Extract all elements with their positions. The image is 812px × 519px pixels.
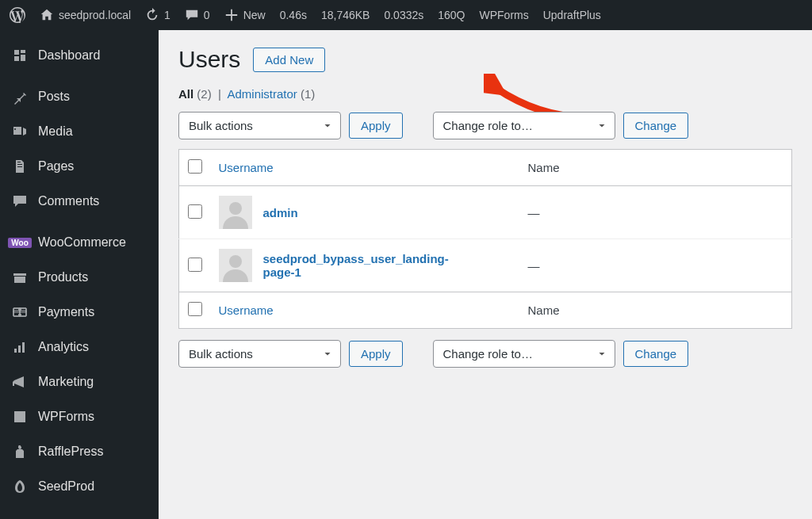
sidebar-item-analytics[interactable]: Analytics: [0, 330, 159, 364]
row-checkbox[interactable]: [188, 204, 202, 219]
bulk-actions-select-bottom[interactable]: Bulk actions: [178, 340, 341, 368]
avatar: [219, 249, 252, 282]
filter-administrator[interactable]: Administrator: [227, 87, 297, 101]
name-cell: —: [528, 206, 540, 219]
home-icon: [40, 8, 54, 22]
col-name-footer: Name: [528, 303, 560, 317]
stat-queries[interactable]: 160Q: [438, 9, 465, 21]
toolbar-updraftplus[interactable]: UpdraftPlus: [543, 9, 601, 21]
col-username-header[interactable]: Username: [219, 161, 274, 174]
sidebar-item-label: Analytics: [38, 340, 89, 354]
users-table: Username Name admin —: [178, 149, 792, 329]
pin-icon: [11, 88, 29, 105]
stat-time[interactable]: 0.46s: [280, 9, 307, 21]
sidebar-item-pages[interactable]: Pages: [0, 149, 159, 184]
bottom-controls: Bulk actions Apply Change role to… Chang…: [178, 340, 792, 368]
wordpress-icon: [10, 7, 25, 23]
sidebar-item-label: WPForms: [38, 410, 94, 424]
refresh-item[interactable]: 1: [145, 8, 170, 22]
add-new-button[interactable]: Add New: [253, 48, 325, 72]
seedprod-icon: [11, 478, 29, 495]
sidebar-item-label: WooCommerce: [38, 235, 126, 250]
avatar: [219, 196, 252, 229]
woo-icon: Woo: [11, 234, 29, 251]
toolbar-wpforms[interactable]: WPForms: [480, 9, 529, 21]
apply-button-bottom[interactable]: Apply: [349, 341, 403, 367]
sidebar-item-seedprod[interactable]: SeedProd: [0, 469, 159, 504]
media-icon: [11, 123, 29, 140]
refresh-icon: [145, 8, 159, 22]
admin-toolbar: seedprod.local 1 0 New 0.46s 18,746KB 0.…: [0, 0, 812, 30]
apply-button[interactable]: Apply: [349, 113, 403, 139]
main-content: Users Add New All (2) | Administrator (1…: [159, 30, 812, 519]
sidebar-item-label: RafflePress: [38, 445, 103, 459]
sidebar-item-comments[interactable]: Comments: [0, 184, 159, 219]
page-title: Users: [178, 46, 240, 73]
sidebar-item-label: Pages: [38, 159, 74, 174]
svg-point-0: [229, 202, 242, 215]
filter-admin-count: (1): [301, 87, 315, 101]
row-checkbox[interactable]: [188, 258, 202, 272]
wpforms-icon: [11, 408, 29, 426]
refresh-count: 1: [164, 9, 170, 21]
change-role-select[interactable]: Change role to…: [433, 112, 615, 139]
sidebar-item-label: Products: [38, 270, 88, 284]
sidebar-item-label: Comments: [38, 194, 99, 208]
bulk-actions-select[interactable]: Bulk actions: [178, 112, 341, 139]
comments-count: 0: [204, 9, 210, 21]
sidebar-item-label: Media: [38, 124, 73, 139]
rafflepress-icon: [11, 443, 29, 460]
sidebar-item-label: Marketing: [38, 375, 94, 389]
sidebar-item-marketing[interactable]: Marketing: [0, 364, 159, 399]
table-row: seedprod_bypass_user_landing-page-1 —: [179, 239, 792, 292]
sidebar-item-label: Posts: [38, 90, 70, 104]
sidebar-item-woocommerce[interactable]: Woo WooCommerce: [0, 225, 159, 260]
filter-all-count: (2): [197, 87, 211, 101]
site-home[interactable]: seedprod.local: [40, 8, 131, 22]
sidebar-item-label: Payments: [38, 305, 94, 319]
payments-icon: [11, 303, 29, 321]
col-name-header: Name: [528, 161, 560, 174]
user-filter-links: All (2) | Administrator (1): [178, 87, 792, 101]
col-username-footer[interactable]: Username: [219, 303, 274, 317]
plus-icon: [224, 8, 239, 22]
sidebar-item-payments[interactable]: Payments: [0, 295, 159, 330]
stat-memory[interactable]: 18,746KB: [321, 9, 370, 21]
new-label: New: [243, 9, 266, 21]
stat-db[interactable]: 0.0332s: [384, 9, 423, 21]
comments-icon: [11, 193, 29, 210]
sidebar-item-posts[interactable]: Posts: [0, 79, 159, 114]
change-button-bottom[interactable]: Change: [623, 341, 689, 367]
sidebar-item-wpforms[interactable]: WPForms: [0, 399, 159, 434]
wp-logo[interactable]: [10, 7, 25, 23]
username-link[interactable]: admin: [263, 206, 298, 219]
site-name: seedprod.local: [59, 9, 131, 21]
sidebar-item-label: SeedProd: [38, 479, 94, 494]
sidebar-item-label: Dashboard: [38, 48, 100, 63]
marketing-icon: [11, 373, 29, 391]
table-row: admin —: [179, 186, 792, 239]
sidebar-item-dashboard[interactable]: Dashboard: [0, 38, 159, 73]
comments-item[interactable]: 0: [185, 8, 210, 22]
change-button[interactable]: Change: [623, 113, 689, 139]
sidebar-item-products[interactable]: Products: [0, 260, 159, 295]
name-cell: —: [528, 259, 540, 273]
filter-all[interactable]: All: [178, 87, 193, 101]
top-controls: Bulk actions Apply Change role to… Chang…: [178, 112, 792, 139]
new-item[interactable]: New: [224, 8, 266, 22]
sidebar-item-rafflepress[interactable]: RafflePress: [0, 434, 159, 469]
change-role-select-bottom[interactable]: Change role to…: [433, 340, 615, 368]
svg-point-1: [229, 255, 242, 268]
username-link[interactable]: seedprod_bypass_user_landing-page-1: [263, 252, 469, 279]
analytics-icon: [11, 338, 29, 356]
dashboard-icon: [11, 47, 29, 64]
pages-icon: [11, 158, 29, 175]
comment-icon: [185, 8, 199, 22]
products-icon: [11, 269, 29, 286]
admin-sidebar: Dashboard Posts Media Pages Comments Woo…: [0, 30, 159, 519]
sidebar-item-media[interactable]: Media: [0, 114, 159, 149]
select-all-checkbox-bottom[interactable]: [188, 302, 202, 316]
select-all-checkbox[interactable]: [188, 159, 202, 174]
